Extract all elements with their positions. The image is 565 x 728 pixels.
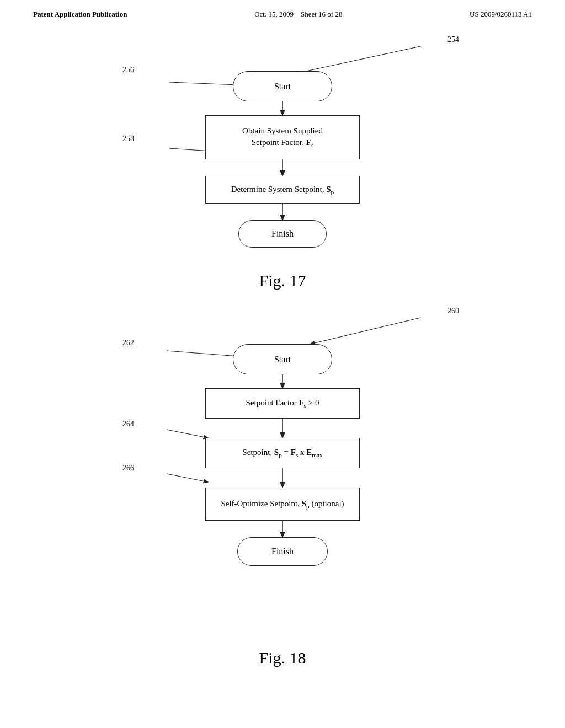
fig18-setpoint-eq-node: Setpoint, Sp = Fs x Emax	[205, 438, 360, 468]
anno-262: 262	[122, 339, 134, 347]
fig17-label: Fig. 17	[0, 271, 565, 290]
svg-line-9	[167, 351, 238, 356]
header: Patent Application Publication Oct. 15, …	[0, 0, 565, 24]
fig18-label: Fig. 18	[0, 649, 565, 667]
fig17-determine-node: Determine System Setpoint, Sp	[205, 176, 360, 204]
anno-264: 264	[122, 420, 134, 429]
fig17-start-node: Start	[233, 71, 332, 101]
fig18-self-optimize-node: Self-Optimize Setpoint, Sp (optional)	[205, 488, 360, 521]
svg-line-2	[169, 82, 238, 85]
svg-line-11	[167, 474, 208, 482]
fig18-setpoint-factor-node: Setpoint Factor Fs > 0	[205, 388, 360, 419]
svg-line-8	[310, 318, 420, 344]
anno-254: 254	[447, 35, 459, 44]
fig17-finish-node: Finish	[238, 220, 327, 248]
header-left: Patent Application Publication	[33, 10, 127, 19]
svg-line-1	[294, 46, 420, 74]
svg-line-3	[169, 148, 211, 151]
anno-266: 266	[122, 464, 134, 473]
fig17-diagram: 254 256 258	[89, 30, 476, 267]
page: Patent Application Publication Oct. 15, …	[0, 0, 565, 728]
svg-line-10	[167, 430, 208, 438]
header-center: Oct. 15, 2009 Sheet 16 of 28	[254, 10, 342, 19]
fig18-finish-node: Finish	[237, 537, 328, 566]
anno-258: 258	[122, 135, 134, 143]
anno-260: 260	[447, 307, 459, 315]
fig18-diagram: 260 262 264 266	[89, 301, 476, 643]
fig18-start-node: Start	[233, 344, 332, 374]
anno-256: 256	[122, 66, 134, 74]
header-right: US 2009/0260113 A1	[470, 10, 532, 19]
fig17-obtain-node: Obtain System SuppliedSetpoint Factor, F…	[205, 115, 360, 159]
